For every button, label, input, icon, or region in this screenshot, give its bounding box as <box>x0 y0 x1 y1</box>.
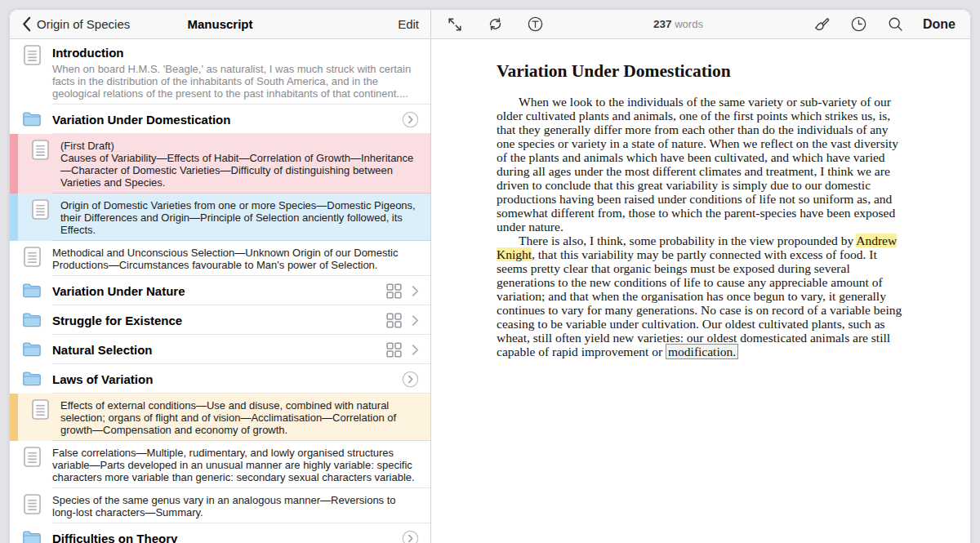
binder-item-text: (First Draft)Causes of Variability—Effec… <box>60 139 416 189</box>
row-accessory[interactable] <box>386 342 422 358</box>
word-count-number: 237 <box>653 18 672 30</box>
binder-row[interactable]: Species of the same genus vary in an ana… <box>10 488 430 523</box>
binder-row[interactable]: Methodical and Unconscious Selection—Unk… <box>10 241 430 276</box>
annotation-boxed-text: modification. <box>666 344 738 359</box>
binder-row[interactable]: Laws of Variation <box>10 364 430 394</box>
binder-item-title: Difficulties on Theory <box>52 530 395 543</box>
row-accessory[interactable] <box>402 530 422 543</box>
back-chevron-icon <box>21 16 31 33</box>
typography-icon[interactable] <box>526 16 544 33</box>
chevron-right-icon <box>412 314 419 327</box>
binder-toolbar: Origin of Species Manuscript Edit <box>10 10 430 39</box>
corkboard-grid-icon <box>386 342 402 358</box>
label-color-strip <box>10 394 18 441</box>
binder-row[interactable]: False correlations—Multiple, rudimentary… <box>10 441 430 488</box>
edit-button[interactable]: Edit <box>398 17 419 31</box>
document-icon <box>30 399 50 420</box>
document-icon <box>30 199 50 220</box>
search-icon[interactable] <box>886 16 904 33</box>
binder-item-text: When on board H.M.S. 'Beagle,' as natura… <box>52 62 416 100</box>
binder-row[interactable]: Variation Under Domestication <box>10 105 430 134</box>
binder-item-title: Laws of Variation <box>52 371 395 387</box>
label-color-strip <box>10 194 18 241</box>
row-accessory[interactable] <box>402 111 422 128</box>
chevron-right-icon <box>412 344 419 356</box>
binder-row[interactable]: Variation Under Nature <box>10 276 430 305</box>
editor-toolbar: 237 words Done <box>431 10 970 39</box>
folder-icon <box>22 371 42 387</box>
binder-row[interactable]: Difficulties on Theory <box>10 523 430 543</box>
paragraph-2-text: , that this variability may be partly co… <box>497 247 902 358</box>
binder-row[interactable]: Natural Selection <box>10 335 430 364</box>
binder-list: Introduction When on board H.M.S. 'Beagl… <box>10 39 430 543</box>
format-brush-icon[interactable] <box>813 16 831 33</box>
binder-item-title: Variation Under Domestication <box>52 111 395 127</box>
binder-item-text: Methodical and Unconscious Selection—Unk… <box>52 246 416 271</box>
document-icon <box>22 447 42 467</box>
binder-pane: Origin of Species Manuscript Edit Introd… <box>10 10 431 543</box>
done-button[interactable]: Done <box>923 17 956 32</box>
binder-row[interactable]: Origin of Domestic Varieties from one or… <box>10 194 430 241</box>
circle-chevron-icon <box>402 371 419 388</box>
row-accessory[interactable] <box>402 371 422 388</box>
label-color-strip <box>10 134 18 194</box>
binder-item-title: Natural Selection <box>52 341 380 358</box>
binder-row[interactable]: (First Draft)Causes of Variability—Effec… <box>10 134 430 194</box>
row-accessory[interactable] <box>386 283 422 299</box>
document-text[interactable]: Variation Under Domestication When we lo… <box>497 39 905 358</box>
expand-icon[interactable] <box>446 16 464 33</box>
folder-icon <box>22 530 42 543</box>
corkboard-grid-icon <box>386 283 402 299</box>
folder-icon <box>22 283 42 299</box>
document-icon <box>22 494 42 514</box>
document-title[interactable]: Variation Under Domestication <box>497 60 905 82</box>
circle-chevron-icon <box>402 530 419 543</box>
row-accessory[interactable] <box>386 313 422 328</box>
paragraph-2-text: There is also, I think, some probability… <box>519 234 856 247</box>
document-icon <box>22 45 42 65</box>
paragraph-2[interactable]: There is also, I think, some probability… <box>497 234 905 358</box>
editor-pane: 237 words Done Variation Under Domestica… <box>431 10 970 543</box>
word-count-unit: words <box>675 18 703 30</box>
binder-item-text: Species of the same genus vary in an ana… <box>52 493 416 519</box>
binder-item-title: Introduction <box>52 44 416 60</box>
paragraph-1[interactable]: When we look to the individuals of the s… <box>497 95 905 234</box>
binder-item-text: Origin of Domestic Varieties from one or… <box>60 198 416 236</box>
document-icon <box>30 140 50 160</box>
folder-icon <box>22 312 42 328</box>
back-button-label: Origin of Species <box>37 17 130 31</box>
chevron-right-icon <box>412 285 419 297</box>
corkboard-grid-icon <box>386 313 402 328</box>
binder-item-title: Variation Under Nature <box>52 283 380 299</box>
word-count: 237 words <box>566 18 791 30</box>
binder-item-text: False correlations—Multiple, rudimentary… <box>52 446 416 483</box>
back-button[interactable]: Origin of Species <box>21 16 130 33</box>
binder-item-title: Struggle for Existence <box>52 312 380 328</box>
folder-icon <box>22 341 42 358</box>
sync-icon[interactable] <box>486 16 504 33</box>
circle-chevron-icon <box>402 111 419 128</box>
folder-icon <box>22 111 42 127</box>
document-icon <box>22 247 42 267</box>
snapshots-clock-icon[interactable] <box>849 16 867 33</box>
binder-row[interactable]: Introduction When on board H.M.S. 'Beagl… <box>10 39 430 105</box>
binder-row[interactable]: Struggle for Existence <box>10 305 430 335</box>
editor-scroll-area[interactable]: Variation Under Domestication When we lo… <box>431 39 970 543</box>
binder-item-text: Effects of external conditions—Use and d… <box>60 398 416 436</box>
scrivener-window: Origin of Species Manuscript Edit Introd… <box>10 10 970 543</box>
binder-row[interactable]: Effects of external conditions—Use and d… <box>10 394 430 441</box>
